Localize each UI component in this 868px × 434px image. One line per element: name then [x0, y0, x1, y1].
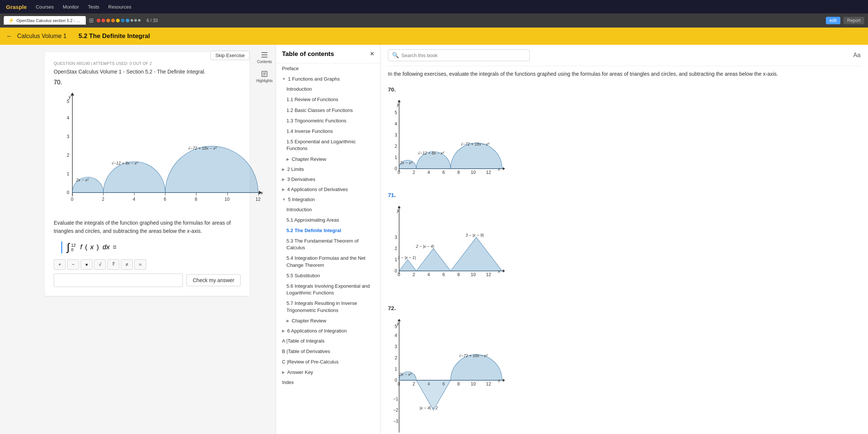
toc-item-23[interactable]: A |Table of Integrals: [276, 336, 380, 346]
problem-70-label: 70.: [388, 85, 861, 94]
highlights-button[interactable]: Highlights: [255, 68, 274, 85]
nav-monitor[interactable]: Monitor: [63, 4, 79, 10]
toc-arrow-22: [282, 329, 285, 333]
toc-label-27: Index: [282, 380, 294, 385]
math-btn-sqrt[interactable]: √: [94, 259, 106, 270]
toc-label-0: Preface: [282, 66, 299, 71]
svg-text:10: 10: [225, 197, 230, 202]
svg-text:8: 8: [457, 170, 460, 175]
toc-arrow-8: [286, 157, 289, 161]
svg-text:4: 4: [395, 121, 397, 127]
font-size-button[interactable]: Aa: [853, 52, 861, 59]
toc-item-12[interactable]: 5 Integration: [276, 194, 380, 204]
svg-text:1 − |x − 1|: 1 − |x − 1|: [398, 255, 416, 260]
toc-item-8[interactable]: Chapter Review: [276, 154, 380, 164]
search-input[interactable]: [401, 53, 526, 58]
toc-item-18[interactable]: 5.5 Substitution: [276, 271, 380, 281]
toc-item-21[interactable]: Chapter Review: [276, 316, 380, 326]
toc-item-24[interactable]: B |Table of Derivatives: [276, 346, 380, 357]
math-btn-neq[interactable]: ≠: [121, 259, 133, 270]
toc-section-label-26: Answer Key: [287, 369, 313, 375]
toc-label-24: B |Table of Derivatives: [282, 349, 330, 354]
toc-item-10[interactable]: 3 Derivatives: [276, 174, 380, 184]
svg-text:2: 2: [395, 246, 397, 251]
toc-label-25: C |Review of Pre-Calculus: [282, 359, 338, 365]
toc-item-9[interactable]: 2 Limits: [276, 164, 380, 174]
toc-item-7[interactable]: 1.5 Exponential and Logarithmic Function…: [276, 137, 380, 154]
toc-title: Table of contents: [282, 50, 334, 58]
dot-indicators: [97, 19, 141, 22]
math-btn-minus[interactable]: −: [67, 259, 79, 270]
math-btn-square[interactable]: ■: [81, 259, 93, 270]
toc-item-3[interactable]: 1.1 Review of Functions: [276, 94, 380, 105]
report-button[interactable]: Report: [843, 17, 864, 24]
svg-marker-101: [503, 379, 505, 382]
toc-arrow-1: [282, 77, 286, 81]
nav-courses[interactable]: Courses: [36, 4, 54, 10]
dot-gray3: [138, 19, 141, 22]
toc-item-27[interactable]: Index: [276, 377, 380, 388]
toc-section-label-12: 5 Integration: [288, 197, 315, 202]
problem-71-link[interactable]: 71: [388, 192, 394, 198]
svg-text:−3: −3: [393, 419, 398, 424]
textbook-panel: 🔍 Aa In the following exercises, evaluat…: [380, 45, 868, 434]
toc-label-7: 1.5 Exponential and Logarithmic Function…: [286, 139, 356, 151]
math-btn-cbrt[interactable]: ∛: [107, 259, 119, 270]
toc-item-17[interactable]: 5.4 Integration Formulas and the Net Cha…: [276, 253, 380, 270]
toc-item-14[interactable]: 5.1 Approximating Areas: [276, 215, 380, 225]
back-arrow-icon[interactable]: ←: [6, 32, 13, 40]
edit-button[interactable]: edit: [826, 17, 840, 24]
toc-label-2: Introduction: [286, 86, 312, 92]
toc-item-20[interactable]: 5.7 Integrals Resulting in Inverse Trigo…: [276, 298, 380, 315]
toc-item-11[interactable]: 4 Applications of Derivatives: [276, 184, 380, 194]
toc-items: Preface1 Functions and GraphsIntroductio…: [276, 63, 380, 388]
browser-tab[interactable]: ⚡ OpenStax Calculus section 5.2 - Th...: [4, 16, 86, 25]
toc-arrow-12: [282, 197, 286, 202]
svg-text:5: 5: [67, 99, 69, 104]
svg-text:8: 8: [457, 381, 460, 387]
svg-text:2x − x²: 2x − x²: [399, 372, 412, 377]
svg-text:0: 0: [398, 272, 400, 277]
svg-text:2: 2: [67, 153, 69, 158]
toc-section-label-1: 1 Functions and Graphs: [288, 76, 340, 82]
question-meta: QUESTION #85190 | ATTEMPTS USED: 0 OUT O…: [54, 61, 241, 66]
nav-resources[interactable]: Resources: [108, 4, 131, 10]
dot-orange: [106, 19, 110, 22]
toc-item-6[interactable]: 1.4 Inverse Functions: [276, 126, 380, 137]
svg-text:1: 1: [395, 366, 397, 372]
skip-exercise-button[interactable]: Skip Exercise: [210, 51, 250, 60]
toc-item-25[interactable]: C |Review of Pre-Calculus: [276, 357, 380, 367]
toc-arrow-21: [286, 319, 289, 323]
toc-item-22[interactable]: 6 Applications of Integration: [276, 326, 380, 336]
toc-item-16[interactable]: 5.3 The Fundamental Theorem of Calculus: [276, 236, 380, 253]
browser-bar: ⚡ OpenStax Calculus section 5.2 - Th... …: [0, 13, 868, 28]
toc-item-26[interactable]: Answer Key: [276, 367, 380, 377]
math-btn-plus[interactable]: +: [54, 259, 66, 270]
toc-item-15[interactable]: 5.2 The Definite Integral: [276, 225, 380, 236]
svg-text:1: 1: [395, 257, 397, 262]
toc-item-13[interactable]: Introduction: [276, 204, 380, 215]
toc-item-5[interactable]: 1.3 Trigonometric Functions: [276, 116, 380, 126]
book-title: Calculus Volume 1: [17, 33, 67, 40]
toc-close-button[interactable]: ×: [370, 50, 374, 58]
toc-label-5: 1.3 Trigonometric Functions: [286, 118, 346, 124]
toc-item-1[interactable]: 1 Functions and Graphs: [276, 74, 380, 84]
main-layout: Contents Highlights Skip Exercise QUESTI…: [0, 45, 868, 434]
textbook-content: In the following exercises, evaluate the…: [388, 70, 861, 434]
math-btn-eq[interactable]: =: [134, 259, 146, 270]
tab-title: OpenStax Calculus section 5.2 - Th...: [16, 18, 81, 23]
integral-expression: ∫ 12 0 f ( x ) dx =: [61, 241, 241, 253]
toc-item-2[interactable]: Introduction: [276, 84, 380, 94]
toc-section-label-8: Chapter Review: [292, 156, 326, 162]
svg-text:2: 2: [395, 355, 397, 360]
check-answer-button[interactable]: Check my answer: [187, 274, 241, 286]
svg-marker-35: [70, 93, 74, 96]
nav-tests[interactable]: Tests: [88, 4, 99, 10]
question-text: Evaluate the integrals of the function g…: [54, 219, 241, 235]
toc-item-19[interactable]: 5.6 Integrals Involving Exponential and …: [276, 281, 380, 298]
toc-item-0[interactable]: Preface: [276, 63, 380, 74]
answer-input[interactable]: [54, 274, 183, 287]
contents-button[interactable]: Contents: [256, 49, 273, 66]
tb-graph-71: 0 1 2 3 y 0 2 4 6 8 10 12 x 1 − |x −: [388, 204, 507, 293]
toc-item-4[interactable]: 1.2 Basic Classes of Functions: [276, 105, 380, 116]
